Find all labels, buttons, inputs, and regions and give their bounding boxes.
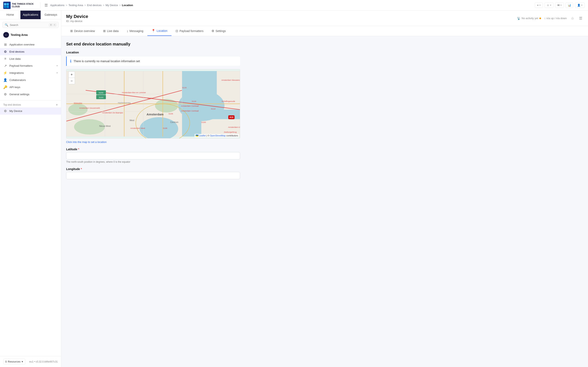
svg-text:S103: S103 bbox=[99, 96, 103, 99]
search-input[interactable] bbox=[10, 24, 47, 26]
add-device-button[interactable]: + bbox=[56, 103, 58, 107]
svg-text:Nieuw-West: Nieuw-West bbox=[99, 125, 111, 127]
sidebar-item-live-data[interactable]: ≡ Live data bbox=[0, 55, 61, 62]
tab-label: Device overview bbox=[74, 29, 95, 33]
activity-text: No activity yet bbox=[522, 17, 538, 20]
sidebar-item-label: Collaborators bbox=[9, 78, 26, 82]
sidebar: Home Applications Gateways 🔍 ⌘ K ← Testi… bbox=[0, 11, 61, 367]
sidebar-item-general-settings[interactable]: ⚙ General settings bbox=[0, 91, 61, 98]
collaborators-icon: 👤 bbox=[3, 78, 7, 82]
breadcrumb-testing-area[interactable]: Testing Area bbox=[68, 4, 83, 7]
zoom-in-button[interactable]: + bbox=[69, 72, 75, 78]
search-box: 🔍 ⌘ K bbox=[2, 22, 59, 28]
svg-text:S100: S100 bbox=[201, 121, 206, 123]
breadcrumb-end-devices[interactable]: End devices bbox=[87, 4, 102, 7]
svg-text:Sloterplas: Sloterplas bbox=[74, 102, 82, 104]
general-settings-icon: ⚙ bbox=[3, 92, 7, 96]
sidebar-item-api-keys[interactable]: 🔑 API keys bbox=[0, 83, 61, 91]
sidebar-device-item[interactable]: ⚙ My Device bbox=[0, 108, 61, 115]
tabs-bar: ⊞ Device overview ⊞ Live data ↕ Messagin… bbox=[61, 26, 588, 36]
device-title: My Device bbox=[66, 14, 88, 19]
user-button[interactable]: 👤 ▾ bbox=[575, 2, 585, 8]
tab-location[interactable]: 📍 Location bbox=[147, 26, 172, 36]
zoom-out-button[interactable]: − bbox=[69, 78, 75, 84]
chevron-down-icon: ▾ bbox=[57, 64, 58, 67]
sidebar-section-header[interactable]: ← Testing Area bbox=[0, 30, 61, 39]
sidebar-item-label: Payload formatters bbox=[9, 64, 33, 67]
svg-text:West: West bbox=[130, 119, 134, 122]
page-content: Set end device location manually Locatio… bbox=[61, 36, 245, 189]
nav-tab-applications[interactable]: Applications bbox=[20, 11, 41, 19]
svg-text:S114: S114 bbox=[211, 108, 215, 110]
topbar: THE THINGS STACK CLOUD ☰ Applications > … bbox=[0, 0, 588, 11]
menu-button[interactable]: ☰ bbox=[578, 15, 583, 21]
sidebar-item-payload-formatters[interactable]: ↗ Payload formatters ▾ bbox=[0, 62, 61, 69]
integrations-icon: ⚡ bbox=[3, 71, 7, 75]
bookmark-button[interactable]: ☆ ▾ bbox=[545, 2, 553, 8]
updown-icon: ↕ bbox=[544, 17, 546, 20]
favorite-button[interactable]: ☆ bbox=[570, 15, 575, 21]
svg-text:N200: N200 bbox=[99, 92, 104, 94]
tab-device-overview[interactable]: ⊞ Device overview bbox=[66, 26, 99, 36]
back-button[interactable]: ← bbox=[3, 32, 9, 38]
sidebar-item-end-devices[interactable]: ⚙ End devices bbox=[0, 48, 61, 55]
messaging-tab-icon: ↕ bbox=[127, 29, 129, 33]
svg-rect-2 bbox=[7, 3, 9, 5]
sidebar-item-label: Integrations bbox=[9, 71, 24, 75]
stats-button[interactable]: 📊 bbox=[566, 2, 573, 8]
svg-rect-4 bbox=[7, 6, 9, 8]
tab-settings[interactable]: ⚙ Settings bbox=[208, 26, 230, 36]
svg-text:Amsterdam-Bos en Lommer: Amsterdam-Bos en Lommer bbox=[122, 91, 146, 94]
breadcrumb-sep-2: > bbox=[84, 4, 86, 7]
svg-point-8 bbox=[68, 104, 87, 115]
sidebar-bottom: ℹ Resources ▾ eu1 • v3.32.0.b96e907c31 bbox=[0, 356, 61, 367]
search-icon: 🔍 bbox=[5, 23, 8, 26]
sidebar-divider bbox=[0, 100, 61, 100]
main-layout: Home Applications Gateways 🔍 ⌘ K ← Testi… bbox=[0, 11, 588, 367]
nav-tab-home[interactable]: Home bbox=[0, 11, 20, 19]
sidebar-menu: ⊞ Application overview ⚙ End devices ≡ L… bbox=[0, 39, 61, 100]
payload-formatters-icon: ↗ bbox=[3, 64, 7, 68]
resources-button[interactable]: ℹ Resources ▾ bbox=[3, 359, 25, 365]
breadcrumb-sep-1: > bbox=[66, 4, 67, 7]
openstreetmap-link[interactable]: OpenStreetMap bbox=[210, 134, 226, 137]
tab-label: Location bbox=[156, 29, 167, 33]
svg-rect-3 bbox=[4, 6, 6, 8]
breadcrumb-current: Location bbox=[122, 4, 133, 7]
svg-text:Amsterdam Nieuwendam: Amsterdam Nieuwendam bbox=[221, 79, 240, 81]
svg-text:Haarlemmerweg: Haarlemmerweg bbox=[118, 102, 131, 104]
nav-tab-gateways[interactable]: Gateways bbox=[41, 11, 61, 19]
live-data-icon: ≡ bbox=[3, 57, 7, 60]
device-header: My Device ID: my-device 📡 No activity ye… bbox=[61, 11, 588, 26]
sidebar-item-integrations[interactable]: ⚡ Integrations ▾ bbox=[0, 69, 61, 76]
sidebar-item-application-overview[interactable]: ⊞ Application overview bbox=[0, 41, 61, 48]
svg-text:Schellingwoude: Schellingwoude bbox=[222, 100, 235, 102]
notification-button[interactable]: ✉ ▾ bbox=[555, 2, 564, 8]
longitude-input[interactable] bbox=[66, 172, 240, 179]
breadcrumb-applications[interactable]: Applications bbox=[50, 4, 65, 7]
longitude-label: Longitude * bbox=[66, 167, 240, 171]
tab-messaging[interactable]: ↕ Messaging bbox=[123, 26, 147, 36]
activity-badge: 📡 No activity yet bbox=[517, 17, 541, 20]
tab-payload-formatters[interactable]: ⊡ Payload formatters bbox=[172, 26, 208, 36]
svg-text:Centrum: Centrum bbox=[170, 121, 178, 123]
info-icon: ℹ bbox=[6, 360, 7, 363]
chevron-down-icon: ▾ bbox=[22, 360, 23, 363]
tab-live-data[interactable]: ⊞ Live data bbox=[99, 26, 123, 36]
breadcrumb-my-device[interactable]: My Device bbox=[105, 4, 118, 7]
add-button[interactable]: + ▾ bbox=[535, 2, 543, 8]
tab-label: Messaging bbox=[130, 29, 143, 33]
device-icon: ⚙ bbox=[3, 109, 7, 113]
content: My Device ID: my-device 📡 No activity ye… bbox=[61, 11, 588, 367]
chevron-down-icon: ▾ bbox=[57, 72, 58, 74]
device-overview-tab-icon: ⊞ bbox=[70, 29, 73, 33]
map-container[interactable]: Amsterdam Centrum Nieuw-West West S115 S… bbox=[66, 69, 240, 138]
location-tab-icon: 📍 bbox=[151, 29, 155, 33]
sidebar-toggle-button[interactable]: ☰ bbox=[44, 2, 49, 8]
leaflet-link[interactable]: Leaflet bbox=[199, 134, 206, 137]
svg-text:Amsterdam Geuzenveld: Amsterdam Geuzenveld bbox=[79, 107, 100, 109]
logo-text: THE THINGS STACK CLOUD bbox=[12, 3, 34, 8]
latitude-input[interactable] bbox=[66, 152, 240, 159]
sidebar-item-collaborators[interactable]: 👤 Collaborators bbox=[0, 76, 61, 83]
latitude-hint: The north-south position in degrees, whe… bbox=[66, 160, 240, 163]
